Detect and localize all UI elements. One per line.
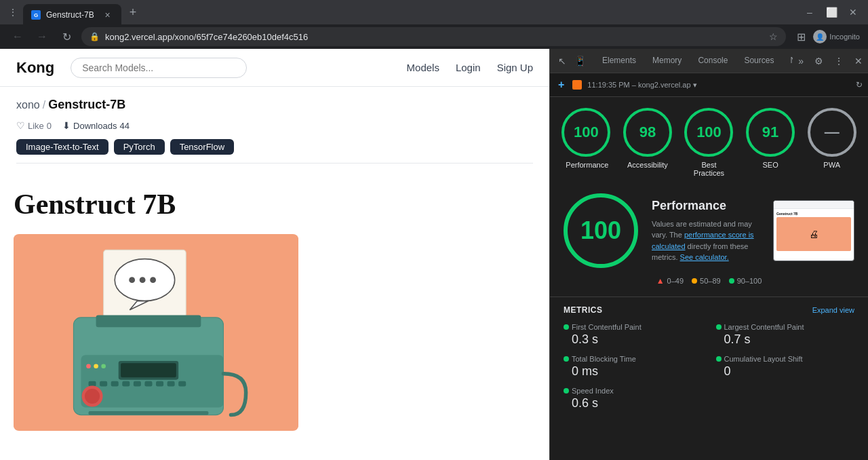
metric-si-name: Speed Index <box>564 387 703 395</box>
nav-login[interactable]: Login <box>456 62 481 73</box>
metric-si-dot <box>564 388 569 394</box>
tag-pytorch[interactable]: PyTorch <box>114 139 165 155</box>
tag-list: Image-Text-to-Text PyTorch TensorFlow <box>16 139 533 155</box>
forward-button[interactable]: → <box>33 27 52 46</box>
maximize-button[interactable]: ⬜ <box>822 3 841 22</box>
star-icon: ☆ <box>769 31 778 42</box>
mobile-icon[interactable]: 📱 <box>572 53 589 69</box>
fax-illustration <box>14 234 298 431</box>
tab-network[interactable]: Network <box>782 49 793 73</box>
cursor-icon[interactable]: ↖ <box>555 53 569 69</box>
model-main: Genstruct 7B <box>0 174 549 460</box>
tab-memory[interactable]: Memory <box>644 49 690 73</box>
pwa-circle: — <box>808 108 856 157</box>
divider <box>16 163 533 164</box>
thumb-header <box>774 201 854 209</box>
model-meta: ♡ Like 0 ⬇ Downloads 44 <box>16 120 533 131</box>
legend-average-range: 50–89 <box>700 277 721 285</box>
performance-label: Performance <box>566 161 606 169</box>
nav-models[interactable]: Models <box>407 62 439 73</box>
more-options-button[interactable]: ⋮ <box>829 56 849 66</box>
legend-triangle-icon: ▲ <box>656 276 665 286</box>
expand-view-button[interactable]: Expand view <box>812 306 854 314</box>
svg-point-12 <box>86 364 91 368</box>
devtools-panel: ↖ 📱 Elements Memory Console Sources Netw… <box>549 49 868 460</box>
svg-rect-16 <box>100 381 107 387</box>
settings-button[interactable]: ⚙ <box>809 56 829 66</box>
browser-actions: ⊞ 👤 Incognito <box>791 27 860 46</box>
svg-rect-18 <box>122 381 130 387</box>
score-accessibility: 98 Accessibility <box>623 108 672 169</box>
incognito-button[interactable]: 👤 Incognito <box>813 30 860 43</box>
like-label: Like <box>28 121 44 131</box>
svg-rect-15 <box>89 381 96 387</box>
svg-point-14 <box>101 364 106 368</box>
like-button[interactable]: ♡ Like 0 <box>16 120 52 131</box>
calculator-link[interactable]: See calculator. <box>680 253 729 261</box>
thumbnail-inner: Genstruct 7B 🖨 <box>774 201 854 261</box>
score-seo: 91 SEO <box>746 108 795 169</box>
metrics-title: METRICS <box>564 305 603 315</box>
metric-lcp: Largest Contentful Paint 0.7 s <box>716 323 855 347</box>
tab-sources[interactable]: Sources <box>736 49 782 73</box>
download-button[interactable]: ⬇ Downloads 44 <box>62 120 130 131</box>
metric-cls: Cumulative Layout Shift 0 <box>716 355 855 379</box>
metric-tbt-name: Total Blocking Time <box>564 355 703 363</box>
tab-elements[interactable]: Elements <box>594 49 644 73</box>
downloads-label: Downloads <box>73 121 117 131</box>
seo-label: SEO <box>762 161 778 169</box>
url-favicon <box>572 80 582 90</box>
legend-average: 50–89 <box>692 277 721 285</box>
metric-cls-dot <box>716 356 722 362</box>
refresh-button[interactable]: ↻ <box>57 27 76 46</box>
nav-signup[interactable]: Sign Up <box>497 62 533 73</box>
site-logo: Kong <box>16 59 54 77</box>
browser-controls: ← → ↻ 🔒 kong2.vercel.app/xono/65f7ce74e2… <box>0 24 868 49</box>
tag-image-text[interactable]: Image-Text-to-Text <box>16 139 108 155</box>
back-button[interactable]: ← <box>8 27 27 46</box>
big-score-circle: 100 <box>564 193 638 268</box>
address-bar[interactable]: 🔒 kong2.vercel.app/xono/65f7ce74e260eb10… <box>81 27 786 46</box>
devtools-close-button[interactable]: ✕ <box>849 56 868 66</box>
lighthouse-add-button[interactable]: + <box>555 76 567 94</box>
score-performance: 100 Performance <box>561 108 610 169</box>
url-text: 11:19:35 PM – kong2.vercel.ap ▾ <box>587 81 850 90</box>
tab-close-button[interactable]: × <box>102 9 113 20</box>
incognito-icon: 👤 <box>813 30 827 43</box>
accessibility-label: Accessibility <box>627 161 668 169</box>
metric-lcp-name: Largest Contentful Paint <box>716 323 855 331</box>
active-tab[interactable]: G Genstruct-7B × <box>23 4 121 26</box>
thumb-fax-icon: 🖨 <box>809 229 818 239</box>
big-score-title: Performance <box>652 199 760 213</box>
bookmark-button[interactable]: ⊞ <box>791 27 810 46</box>
perf-score-link[interactable]: performance score is calculated <box>652 231 754 250</box>
tag-tensorflow[interactable]: TensorFlow <box>170 139 234 155</box>
svg-point-4 <box>129 277 135 283</box>
breadcrumb-separator: / <box>43 99 45 111</box>
metric-tbt: Total Blocking Time 0 ms <box>564 355 703 379</box>
svg-rect-20 <box>144 381 152 387</box>
breadcrumb-user: xono <box>16 99 40 111</box>
tab-console[interactable]: Console <box>690 49 736 73</box>
downloads-count: 44 <box>119 121 129 131</box>
browser-chrome: ⋮ G Genstruct-7B × + – ⬜ ✕ ← → ↻ 🔒 kong2… <box>0 0 868 49</box>
svg-rect-17 <box>111 381 119 387</box>
search-input[interactable] <box>71 58 247 78</box>
more-tabs-button[interactable]: » <box>793 56 809 66</box>
new-tab-button[interactable]: + <box>124 3 142 22</box>
svg-rect-21 <box>156 381 163 387</box>
site-content: xono / Genstruct-7B ♡ Like 0 ⬇ Downloads… <box>0 87 549 174</box>
thumb-body: Genstruct 7B 🖨 <box>774 209 854 261</box>
site-header: Kong Models Login Sign Up <box>0 49 549 87</box>
minimize-button[interactable]: – <box>800 3 819 22</box>
url-refresh-button[interactable]: ↻ <box>856 80 863 90</box>
big-score-row: 100 Performance Values are estimated and… <box>564 193 854 268</box>
svg-point-5 <box>140 277 146 283</box>
svg-point-6 <box>150 277 156 283</box>
devtools-toolbar: ↖ 📱 Elements Memory Console Sources Netw… <box>550 49 868 73</box>
big-score-desc: Values are estimated and may vary. The p… <box>652 218 760 263</box>
tab-list-button[interactable]: ⋮ <box>5 4 20 20</box>
close-button[interactable]: ✕ <box>844 3 863 22</box>
metric-lcp-dot <box>716 324 722 330</box>
svg-rect-8 <box>96 315 201 328</box>
